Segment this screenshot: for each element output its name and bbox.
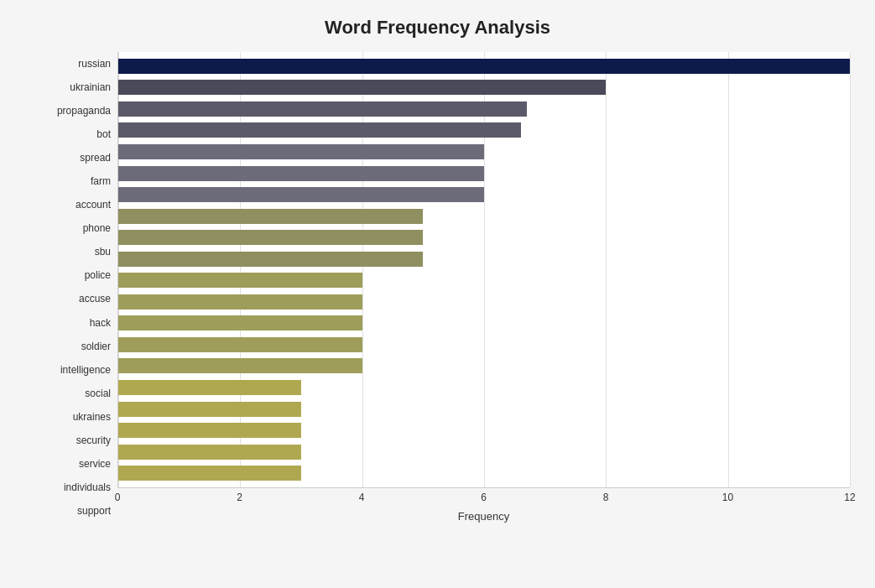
bar [118,252,423,267]
chart-container: Word Frequency Analysis russianukrainian… [0,0,875,588]
bar-row [118,78,850,96]
x-axis-tick-label: 2 [237,492,242,503]
x-axis-tick-label: 8 [603,492,609,503]
y-axis-labels: russianukrainianpropagandabotspreadfarma… [25,52,117,523]
bar [118,423,301,438]
bar [118,273,362,288]
bar [118,358,362,373]
x-axis-tick-label: 12 [844,492,855,503]
bar [118,380,301,395]
bar-row [118,443,850,461]
bar [118,144,484,159]
bar-row [118,228,850,247]
y-label: propaganda [57,101,111,121]
y-label: police [85,265,111,285]
y-label: soldier [81,336,111,356]
bar-row [118,400,850,419]
y-label: bot [96,124,111,144]
bar [118,166,484,181]
bar [118,230,423,245]
y-label: sbu [95,242,111,262]
y-label: phone [83,218,111,238]
bar-row [118,164,850,183]
y-label: support [77,501,111,521]
grid-line [850,52,851,487]
bar-row [118,250,850,268]
bar [118,122,521,138]
bar-row [118,464,850,482]
bar-row [118,121,850,139]
y-label: social [85,383,111,403]
bar [118,337,362,352]
bar-row [118,314,850,332]
y-label: individuals [64,477,111,497]
y-label: hack [90,313,111,333]
bar [118,445,301,460]
bar-row [118,336,850,354]
bar [118,101,527,117]
y-label: service [79,454,111,474]
bar [118,315,362,330]
x-axis-tick-label: 10 [722,492,733,503]
y-label: security [76,430,111,450]
bar-row [118,378,850,397]
bar [118,187,484,202]
y-label: ukraines [73,407,111,427]
x-axis-tick-label: 0 [115,492,121,503]
bar-row [118,293,850,311]
bar [118,294,362,310]
bar-row [118,271,850,289]
bar-row [118,207,850,226]
chart-area: russianukrainianpropagandabotspreadfarma… [25,52,850,523]
y-label: ukrainian [70,77,111,97]
x-axis-title: Frequency [117,510,850,523]
x-axis-tick-label: 4 [359,492,365,503]
bars-section: 024681012 Frequency [117,52,850,523]
bar [118,402,301,417]
bar-row [118,100,850,118]
bar [118,209,423,224]
bar-row [118,185,850,204]
bar [118,466,301,481]
grid-and-bars [117,52,850,488]
bar-row [118,143,850,161]
x-axis-tick-label: 6 [481,492,487,503]
bar [118,80,606,95]
y-label: farm [91,171,111,191]
bar [118,59,850,74]
y-label: account [76,195,111,215]
y-label: intelligence [60,360,111,380]
bar-row [118,57,850,75]
y-label: russian [78,54,111,74]
bars-wrapper [118,52,850,487]
bar-row [118,421,850,440]
chart-title: Word Frequency Analysis [25,17,850,39]
y-label: accuse [79,289,111,309]
bar-row [118,356,850,375]
x-axis-labels: 024681012 [117,492,850,508]
y-label: spread [80,148,111,168]
